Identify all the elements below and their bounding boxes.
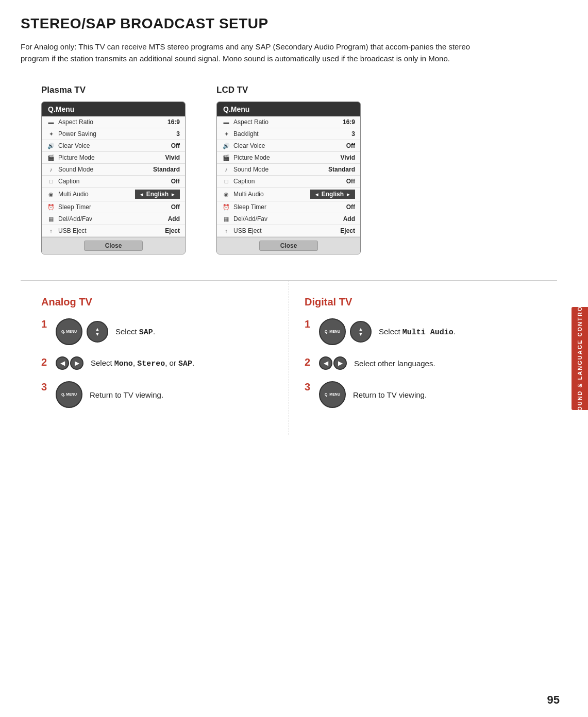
- plasma-label-picture-mode: Picture Mode: [58, 154, 95, 161]
- analog-step2-right-arrow: ▶: [70, 356, 83, 370]
- lcd-label-sound-mode: Sound Mode: [233, 166, 268, 173]
- multi-audio-icon: ◉: [47, 191, 55, 198]
- del-add-fav-icon: ▦: [47, 216, 55, 223]
- analog-tv-col: Analog TV 1 Q. MENU ▲ ▼: [21, 281, 289, 435]
- lcd-label-caption: Caption: [233, 178, 255, 185]
- sound-mode-icon: ♪: [47, 166, 55, 173]
- lcd-picture-mode-icon: 🎬: [222, 155, 230, 161]
- plasma-row-sleep-timer: ⏰ Sleep Timer Off: [42, 201, 185, 213]
- analog-step-3-number: 3: [41, 381, 53, 393]
- analog-step-3-body: Q. MENU Return to TV viewing.: [56, 381, 163, 408]
- page-title: STEREO/SAP BROADCAST SETUP: [21, 15, 557, 32]
- lcd-label-del-add-fav: Del/Add/Fav: [233, 215, 267, 223]
- lcd-caption-icon: □: [222, 178, 230, 184]
- plasma-close-button[interactable]: Close: [84, 241, 143, 251]
- plasma-label-caption: Caption: [58, 178, 79, 185]
- plasma-label-sound-mode: Sound Mode: [58, 166, 93, 173]
- plasma-value-clear-voice: Off: [171, 142, 180, 149]
- caption-icon: □: [47, 178, 55, 184]
- lcd-value-del-add-fav: Add: [343, 215, 355, 223]
- picture-mode-icon: 🎬: [47, 155, 55, 161]
- lcd-multi-audio-right-arrow: ►: [346, 192, 351, 197]
- analog-step-2-body: ◀ ▶ Select Mono, Stereo, or SAP.: [56, 356, 194, 370]
- analog-step2-left-arrow: ◀: [56, 356, 69, 370]
- digital-step-2: 2 ◀ ▶ Select other languages.: [305, 356, 536, 370]
- digital-step1-ud-button: ▲ ▼: [350, 321, 372, 343]
- digital-step1-up-arrow: ▲: [359, 327, 363, 332]
- analog-step1-qmenu-label: Q. MENU: [61, 330, 77, 334]
- plasma-label-clear-voice: Clear Voice: [58, 142, 90, 149]
- lcd-row-caption: □ Caption Off: [217, 176, 360, 187]
- plasma-value-caption: Off: [171, 178, 180, 185]
- digital-step-1-body: Q. MENU ▲ ▼ Select Multi Audio.: [319, 318, 456, 345]
- digital-step-2-text: Select other languages.: [354, 359, 435, 368]
- sidebar-label: SOUND & LANGUAGE CONTROL: [577, 301, 583, 416]
- digital-step2-lr-buttons: ◀ ▶: [319, 356, 347, 370]
- tv-menus-row: Plasma TV Q.Menu ▬ Aspect Ratio 16:9 ✦ P…: [41, 85, 557, 254]
- lcd-multi-audio-icon: ◉: [222, 191, 230, 198]
- plasma-label-power-saving: Power Saving: [58, 130, 96, 138]
- lcd-aspect-ratio-icon: ▬: [222, 119, 230, 125]
- plasma-label-del-add-fav: Del/Add/Fav: [58, 215, 92, 223]
- lcd-value-picture-mode: Vivid: [341, 154, 355, 161]
- lcd-label-picture-mode: Picture Mode: [233, 154, 270, 161]
- digital-step-1-text: Select Multi Audio.: [379, 327, 456, 337]
- analog-step1-down-arrow: ▼: [95, 332, 100, 337]
- lcd-value-sound-mode: Standard: [328, 166, 355, 173]
- lcd-row-clear-voice: 🔊 Clear Voice Off: [217, 140, 360, 152]
- plasma-multi-audio-right-arrow: ►: [171, 192, 176, 197]
- plasma-row-sound-mode: ♪ Sound Mode Standard: [42, 164, 185, 176]
- digital-step1-down-arrow: ▼: [359, 332, 363, 337]
- plasma-value-aspect-ratio: 16:9: [167, 118, 180, 126]
- plasma-qmenu-header: Q.Menu: [42, 102, 185, 116]
- plasma-value-sound-mode: Standard: [153, 166, 180, 173]
- lcd-del-add-fav-icon: ▦: [222, 216, 230, 223]
- plasma-multi-audio-left-arrow: ◄: [139, 192, 144, 197]
- plasma-label-usb-eject: USB Eject: [58, 227, 87, 234]
- sidebar: SOUND & LANGUAGE CONTROL: [568, 0, 588, 717]
- plasma-row-picture-mode: 🎬 Picture Mode Vivid: [42, 152, 185, 164]
- lcd-multi-audio-english: English: [322, 191, 344, 198]
- power-saving-icon: ✦: [47, 131, 55, 138]
- lcd-tv-section: LCD TV Q.Menu ▬ Aspect Ratio 16:9 ✦ Back…: [216, 85, 361, 254]
- digital-step3-qmenu-label: Q. MENU: [325, 392, 340, 397]
- digital-step-3-number: 3: [305, 381, 316, 393]
- digital-step1-qmenu-button: Q. MENU: [319, 318, 346, 345]
- digital-tv-col: Digital TV 1 Q. MENU ▲ ▼: [289, 281, 557, 435]
- analog-step-2-keyword3: SAP: [178, 360, 192, 368]
- digital-step2-right-arrow: ▶: [333, 356, 347, 370]
- plasma-row-usb-eject: ↑ USB Eject Eject: [42, 225, 185, 237]
- plasma-label-multi-audio: Multi Audio: [58, 191, 89, 198]
- digital-step2-left-arrow: ◀: [319, 356, 332, 370]
- lcd-value-usb-eject: Eject: [340, 227, 355, 234]
- lcd-value-clear-voice: Off: [346, 142, 355, 149]
- analog-step3-qmenu-label: Q. MENU: [61, 392, 77, 397]
- plasma-value-power-saving: 3: [176, 130, 180, 138]
- aspect-ratio-icon: ▬: [47, 119, 55, 125]
- analog-step-2-keyword2: Stereo: [137, 360, 165, 368]
- analog-step1-qmenu-button: Q. MENU: [56, 318, 82, 345]
- plasma-value-picture-mode: Vivid: [165, 154, 180, 161]
- plasma-close-row: Close: [42, 237, 185, 254]
- lcd-label-backlight: Backlight: [233, 130, 259, 138]
- plasma-row-power-saving: ✦ Power Saving 3: [42, 128, 185, 140]
- analog-step-3: 3 Q. MENU Return to TV viewing.: [41, 381, 273, 408]
- plasma-row-aspect-ratio: ▬ Aspect Ratio 16:9: [42, 116, 185, 128]
- plasma-row-del-add-fav: ▦ Del/Add/Fav Add: [42, 213, 185, 225]
- lcd-value-caption: Off: [346, 178, 355, 185]
- plasma-value-del-add-fav: Add: [168, 215, 180, 223]
- lcd-row-sound-mode: ♪ Sound Mode Standard: [217, 164, 360, 176]
- plasma-tv-section: Plasma TV Q.Menu ▬ Aspect Ratio 16:9 ✦ P…: [41, 85, 186, 254]
- usb-eject-icon: ↑: [47, 228, 55, 234]
- digital-tv-title: Digital TV: [305, 296, 536, 308]
- lcd-value-sleep-timer: Off: [346, 203, 355, 211]
- lcd-usb-eject-icon: ↑: [222, 228, 230, 234]
- analog-step-2-number: 2: [41, 356, 53, 368]
- lcd-label-aspect-ratio: Aspect Ratio: [233, 118, 268, 126]
- plasma-value-multi-audio: ◄ English ►: [135, 190, 180, 199]
- lcd-label-clear-voice: Clear Voice: [233, 142, 265, 149]
- clear-voice-icon: 🔊: [47, 143, 55, 149]
- analog-step1-ud-button: ▲ ▼: [87, 321, 108, 343]
- lcd-close-button[interactable]: Close: [259, 241, 318, 251]
- lcd-value-backlight: 3: [351, 130, 355, 138]
